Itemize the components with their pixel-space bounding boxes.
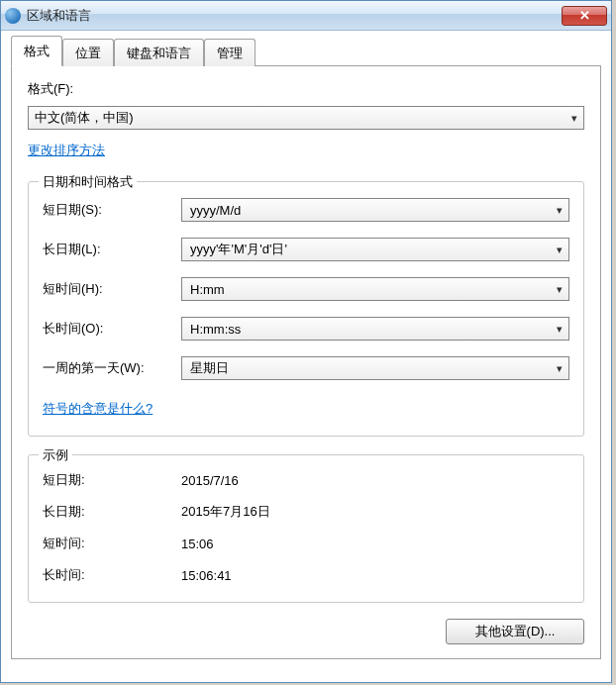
- example-short-date-value: 2015/7/16: [181, 473, 239, 488]
- tab-administrative[interactable]: 管理: [204, 39, 256, 66]
- long-time-row: 长时间(O): H:mm:ss ▾: [43, 317, 569, 341]
- notation-help-link[interactable]: 符号的含意是什么?: [43, 400, 153, 418]
- short-date-label: 短日期(S):: [43, 201, 181, 219]
- change-sorting-link[interactable]: 更改排序方法: [28, 142, 105, 159]
- first-day-row: 一周的第一天(W): 星期日 ▾: [43, 356, 569, 380]
- long-date-select[interactable]: yyyy'年'M'月'd'日' ▾: [181, 238, 569, 261]
- chevron-down-icon: ▾: [551, 362, 568, 375]
- chevron-down-icon: ▾: [551, 323, 568, 336]
- long-time-select-value: H:mm:ss: [190, 322, 241, 337]
- tab-format-label: 格式: [24, 44, 50, 58]
- date-time-formats-title: 日期和时间格式: [39, 173, 137, 191]
- format-panel: 格式(F): 中文(简体，中国) ▾ 更改排序方法 日期和时间格式 短日期(S)…: [11, 66, 601, 659]
- long-date-row: 长日期(L): yyyy'年'M'月'd'日' ▾: [43, 238, 569, 261]
- bottom-button-row: 其他设置(D)...: [28, 619, 584, 644]
- short-date-row: 短日期(S): yyyy/M/d ▾: [43, 198, 569, 222]
- close-button[interactable]: ✕: [562, 6, 607, 26]
- region-and-language-window: 区域和语言 ✕ 格式 位置 键盘和语言 管理 格式(F): 中文(简体，中国): [0, 0, 612, 683]
- tab-strip: 格式 位置 键盘和语言 管理: [11, 39, 601, 66]
- tab-format[interactable]: 格式: [11, 36, 62, 66]
- date-time-formats-group: 日期和时间格式 短日期(S): yyyy/M/d ▾ 长日期(L): yyyy'…: [28, 181, 584, 437]
- additional-settings-button-label: 其他设置(D)...: [475, 624, 556, 638]
- tab-keyboards-languages-label: 键盘和语言: [127, 46, 191, 60]
- example-short-time-label: 短时间:: [43, 535, 181, 552]
- tab-location-label: 位置: [75, 46, 101, 60]
- example-long-date-row: 长日期: 2015年7月16日: [43, 503, 569, 521]
- format-select-value: 中文(简体，中国): [35, 109, 134, 127]
- first-day-select[interactable]: 星期日 ▾: [181, 356, 569, 380]
- app-icon: [5, 8, 21, 24]
- close-icon: ✕: [579, 8, 590, 23]
- example-long-date-value: 2015年7月16日: [181, 503, 270, 521]
- tab-location[interactable]: 位置: [62, 39, 114, 66]
- example-long-time-value: 15:06:41: [181, 568, 232, 583]
- format-select[interactable]: 中文(简体，中国) ▾: [28, 106, 584, 130]
- long-date-select-value: yyyy'年'M'月'd'日': [190, 241, 287, 258]
- examples-title: 示例: [39, 446, 72, 464]
- tab-keyboards-languages[interactable]: 键盘和语言: [114, 39, 204, 66]
- window-title: 区域和语言: [27, 7, 91, 25]
- first-day-label: 一周的第一天(W):: [43, 359, 181, 377]
- format-label: 格式(F):: [28, 80, 584, 98]
- short-date-select-value: yyyy/M/d: [190, 203, 241, 218]
- example-short-date-row: 短日期: 2015/7/16: [43, 471, 569, 489]
- example-long-date-label: 长日期:: [43, 503, 181, 521]
- additional-settings-button[interactable]: 其他设置(D)...: [446, 619, 584, 644]
- examples-group: 示例 短日期: 2015/7/16 长日期: 2015年7月16日 短时间: 1…: [28, 454, 584, 603]
- long-time-select[interactable]: H:mm:ss ▾: [181, 317, 569, 341]
- example-short-date-label: 短日期:: [43, 471, 181, 489]
- long-date-label: 长日期(L):: [43, 241, 181, 258]
- short-date-select[interactable]: yyyy/M/d ▾: [181, 198, 569, 222]
- chevron-down-icon: ▾: [551, 204, 568, 217]
- chevron-down-icon: ▾: [551, 283, 568, 296]
- chevron-down-icon: ▾: [565, 112, 583, 125]
- client-area: 格式 位置 键盘和语言 管理 格式(F): 中文(简体，中国) ▾ 更改排序方法…: [1, 31, 611, 669]
- example-short-time-row: 短时间: 15:06: [43, 535, 569, 552]
- tab-administrative-label: 管理: [217, 46, 243, 60]
- chevron-down-icon: ▾: [551, 244, 568, 256]
- short-time-select-value: H:mm: [190, 282, 225, 297]
- example-long-time-label: 长时间:: [43, 566, 181, 584]
- short-time-label: 短时间(H):: [43, 280, 181, 298]
- long-time-label: 长时间(O):: [43, 320, 181, 338]
- example-long-time-row: 长时间: 15:06:41: [43, 566, 569, 584]
- short-time-select[interactable]: H:mm ▾: [181, 277, 569, 301]
- short-time-row: 短时间(H): H:mm ▾: [43, 277, 569, 301]
- example-short-time-value: 15:06: [181, 537, 214, 551]
- titlebar: 区域和语言 ✕: [1, 1, 611, 31]
- first-day-select-value: 星期日: [190, 359, 229, 377]
